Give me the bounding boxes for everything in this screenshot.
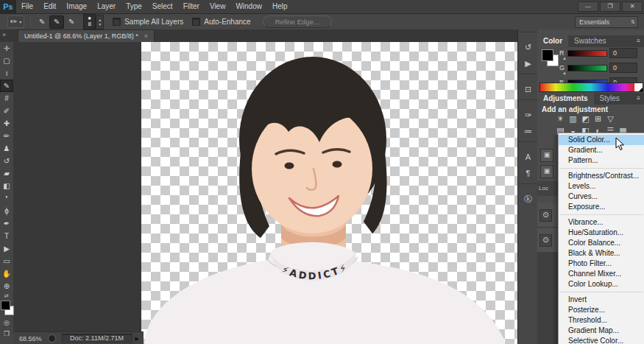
menu-select[interactable]: Select (147, 0, 178, 13)
swap-colors-icon[interactable]: ⇄ (0, 292, 13, 300)
minimize-button[interactable]: — (578, 1, 598, 12)
tab-swatches[interactable]: Swatches (568, 35, 612, 47)
rectangle-tool[interactable]: ▭ (0, 255, 13, 267)
kuler-panel-icon[interactable]: ⓚ (518, 191, 538, 207)
exposure-icon[interactable]: ⊞ (592, 113, 604, 124)
menu-item-pattern[interactable]: Pattern... (559, 155, 644, 166)
blur-tool[interactable]: ❜ (0, 192, 13, 205)
layer-row[interactable]: ⊙ (537, 203, 558, 228)
tab-color[interactable]: Color (537, 35, 568, 47)
green-channel-slider[interactable] (567, 65, 607, 71)
menu-item-channel-mixer[interactable]: Channel Mixer... (559, 269, 644, 279)
move-tool[interactable]: ✛ (0, 42, 13, 55)
type-tool[interactable]: T (0, 230, 13, 242)
menu-item-posterize[interactable]: Posterize... (559, 305, 644, 315)
pen-tool[interactable]: ✒ (0, 217, 13, 230)
lasso-tool[interactable]: ≀ (0, 67, 13, 80)
close-button[interactable]: ✕ (622, 1, 643, 12)
red-channel-slider[interactable] (567, 50, 607, 57)
subtract-from-selection-brush-button[interactable]: ✎ (64, 15, 79, 29)
screen-mode-button[interactable]: ❐ (0, 329, 13, 340)
layer-panel-button[interactable]: ▣ (540, 165, 553, 178)
sample-all-layers-checkbox[interactable]: Sample All Layers (113, 18, 183, 26)
path-selection-tool[interactable]: ▶ (0, 242, 13, 255)
menu-item-gradient-map[interactable]: Gradient Map... (559, 326, 644, 336)
menu-item-curves[interactable]: Curves... (559, 192, 644, 202)
menu-edit[interactable]: Edit (38, 0, 61, 13)
eraser-tool[interactable]: ▰ (0, 167, 13, 180)
quick-mask-button[interactable]: ◎ (0, 317, 13, 329)
menu-item-photo-filter[interactable]: Photo Filter... (559, 259, 644, 269)
layer-visibility-eye-icon[interactable]: ⊙ (539, 209, 552, 222)
history-brush-tool[interactable]: ↺ (0, 155, 13, 167)
green-slider-handle[interactable]: ▲ (562, 71, 567, 75)
new-selection-brush-button[interactable]: ✎ (35, 15, 49, 29)
menu-window[interactable]: Window (230, 0, 267, 13)
panel-menu-icon[interactable]: ≡ (637, 93, 644, 105)
clone-stamp-tool[interactable]: ♟ (0, 142, 13, 155)
foreground-color-swatch[interactable] (1, 301, 10, 310)
red-channel-value[interactable]: 0 (609, 48, 637, 58)
curves-icon[interactable]: ◩ (579, 113, 592, 124)
status-arrow-icon[interactable]: ▶ (135, 336, 139, 342)
tab-adjustments[interactable]: Adjustments (537, 93, 594, 105)
menu-item-gradient[interactable]: Gradient... (559, 145, 644, 155)
zoom-tool[interactable]: ⊕ (0, 280, 13, 292)
history-panel-icon[interactable]: ↺ (518, 39, 538, 55)
menu-item-exposure[interactable]: Exposure... (559, 202, 644, 212)
toolbar-collapse-icon[interactable]: » (2, 31, 6, 38)
menu-item-color-balance[interactable]: Color Balance... (559, 238, 644, 248)
menu-image[interactable]: Image (61, 0, 92, 13)
brush-size-control[interactable]: ● 8 (83, 14, 96, 29)
layer-panel-button[interactable]: ▣ (540, 149, 553, 162)
character-panel-icon[interactable]: A (518, 149, 538, 165)
quick-selection-tool-preset[interactable]: ✏ ▾ (7, 15, 24, 28)
menu-item-levels[interactable]: Levels... (559, 181, 644, 192)
menu-item-brightness-contrast[interactable]: Brightness/Contrast... (559, 171, 644, 181)
vibrance-icon[interactable]: ▽ (604, 113, 617, 124)
rectangular-marquee-tool[interactable]: ▢ (0, 55, 13, 67)
eyedropper-tool[interactable]: ✐ (0, 105, 13, 117)
tool-presets-panel-icon[interactable]: ≔ (518, 123, 538, 139)
spot-healing-brush-tool[interactable]: ✚ (0, 117, 13, 130)
document-tab[interactable]: Untitled-1 @ 68.6% (Layer 1, RGB/8) * × (18, 29, 155, 42)
brush-tool[interactable]: ✏ (0, 130, 13, 142)
tab-styles[interactable]: Styles (594, 93, 626, 105)
quick-selection-tool[interactable]: ✎ (0, 80, 13, 92)
hand-tool[interactable]: ✋ (0, 267, 13, 280)
brush-panel-icon[interactable]: ✑ (518, 107, 538, 123)
menu-item-threshold[interactable]: Threshold... (559, 315, 644, 326)
panel-menu-icon[interactable]: ≡ (637, 35, 644, 47)
photoshop-logo-icon[interactable]: Ps (0, 0, 16, 13)
menu-item-invert[interactable]: Invert (559, 295, 644, 305)
canvas-area[interactable]: ⚡ADDICT⚡ (13, 42, 517, 344)
document-close-icon[interactable]: × (144, 32, 148, 40)
brightness-contrast-icon[interactable]: ☀ (554, 113, 567, 124)
layer-visibility-eye-icon[interactable]: ⊙ (539, 234, 552, 247)
menu-help[interactable]: Help (267, 0, 293, 13)
paragraph-panel-icon[interactable]: ¶ (518, 165, 538, 181)
red-slider-handle[interactable]: ▲ (562, 56, 567, 60)
menu-item-black-white[interactable]: Black & White... (559, 248, 644, 259)
document-canvas[interactable]: ⚡ADDICT⚡ (141, 42, 517, 344)
dodge-tool[interactable]: ϕ (0, 205, 13, 217)
menu-item-color-lookup[interactable]: Color Lookup... (559, 279, 644, 289)
restore-button[interactable]: ❐ (600, 1, 620, 12)
zoom-level-field[interactable]: 68.56% (19, 335, 42, 343)
device-preview-panel-icon[interactable]: ⊡ (518, 81, 538, 97)
menu-item-vibrance[interactable]: Vibrance... (559, 217, 644, 228)
menu-item-selective-color[interactable]: Selective Color... (559, 336, 644, 344)
layer-row[interactable]: ⊙ (537, 228, 558, 253)
levels-icon[interactable]: ▥ (567, 113, 579, 124)
brush-size-stepper[interactable]: ▲ ▼ (96, 15, 104, 29)
gradient-tool[interactable]: ◧ (0, 180, 13, 192)
add-to-selection-brush-button[interactable]: ✎ (49, 15, 64, 29)
foreground-color-swatch[interactable] (542, 49, 553, 61)
auto-enhance-checkbox[interactable]: Auto-Enhance (192, 18, 250, 26)
document-size-info[interactable]: Doc: 2.11M/2.71M (62, 334, 132, 343)
menu-item-hue-saturation[interactable]: Hue/Saturation... (559, 228, 644, 238)
menu-filter[interactable]: Filter (178, 0, 205, 13)
green-channel-value[interactable]: 0 (609, 63, 637, 73)
crop-tool[interactable]: # (0, 92, 13, 105)
menu-file[interactable]: File (16, 0, 38, 13)
